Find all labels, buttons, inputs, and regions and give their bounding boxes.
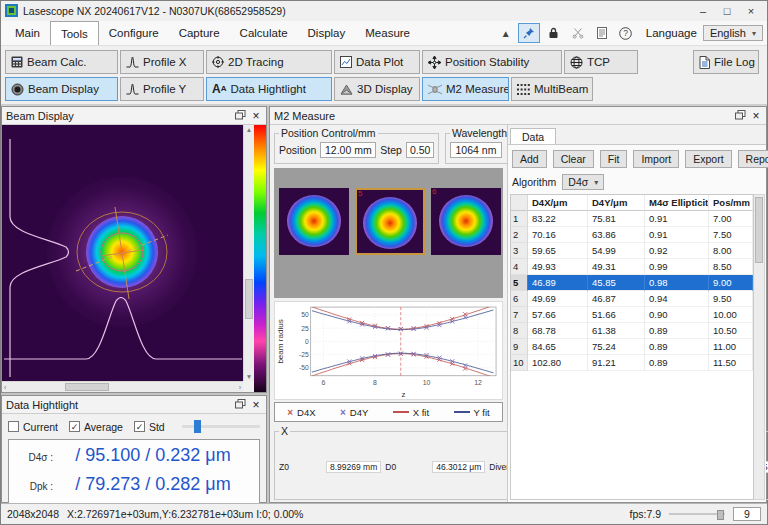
toolbar-button-3d-display[interactable]: 3D Display: [334, 77, 420, 101]
thumbnail-index-label: 6: [432, 187, 436, 196]
frame-average-input[interactable]: 9: [733, 507, 761, 521]
restore-icon[interactable]: [735, 110, 746, 122]
svg-text:6: 6: [322, 379, 326, 386]
scrollbar-thumb[interactable]: [755, 197, 763, 263]
vertical-scrollbar[interactable]: ▲ ▼: [243, 125, 254, 381]
pin-icon[interactable]: [518, 23, 540, 43]
fps-slider[interactable]: [669, 513, 725, 515]
add-button[interactable]: Add: [512, 150, 547, 168]
table-row[interactable]: 868.7861.380.8910.50: [511, 323, 753, 339]
algorithm-dropdown[interactable]: D4σ ▾: [562, 174, 604, 190]
menu-item-configure[interactable]: Configure: [99, 21, 169, 45]
toolbar-button-position-stability[interactable]: Position Stability: [422, 50, 562, 74]
beam-thumbnail-2[interactable]: 5: [355, 188, 425, 255]
checkbox-average[interactable]: ✓Average: [69, 421, 123, 433]
table-row[interactable]: 449.9349.310.998.50: [511, 259, 753, 275]
beam-thumbnail-1[interactable]: [279, 188, 349, 255]
menu-item-calculate[interactable]: Calculate: [230, 21, 298, 45]
toolbar-button-profile-x[interactable]: Profile X: [120, 50, 204, 74]
checkbox-icon: [8, 421, 19, 432]
checkbox-current[interactable]: Current: [8, 421, 58, 433]
beam-image[interactable]: [2, 125, 243, 381]
toolbar-button-m2-measure[interactable]: M2 Measure: [422, 77, 509, 101]
beam-thumbnails-strip: 56: [274, 168, 503, 298]
scissors-icon[interactable]: [568, 24, 588, 42]
toolbar-button-file-log[interactable]: File Log: [693, 50, 759, 74]
m2-measure-titlebar: M2 Measure ×: [270, 107, 766, 125]
close-icon[interactable]: ×: [250, 398, 262, 412]
wavelength-input[interactable]: 1064 nm: [450, 142, 502, 158]
svg-text:25: 25: [301, 325, 309, 332]
table-row[interactable]: 10102.8091.210.8911.50: [511, 355, 753, 371]
horizontal-scrollbar[interactable]: ‹ ›: [2, 381, 243, 392]
checkbox-icon: ✓: [69, 421, 80, 432]
opacity-slider[interactable]: [182, 425, 260, 428]
table-row[interactable]: 183.2275.810.917.00: [511, 211, 753, 227]
lock-icon[interactable]: [544, 24, 564, 42]
collapse-toolbar-icon[interactable]: ▲: [498, 24, 514, 42]
beam-display-panel: Beam Display ×: [1, 106, 267, 393]
menu-item-capture[interactable]: Capture: [169, 21, 230, 45]
legend-item-y-fit: Y fit: [454, 407, 490, 418]
position-input[interactable]: 12.00 mm: [320, 142, 376, 158]
chart-legend: ×D4X×D4YX fitY fit: [274, 402, 503, 422]
table-row[interactable]: 359.6554.990.928.00: [511, 243, 753, 259]
slider-thumb[interactable]: [717, 510, 724, 520]
svg-text:8: 8: [373, 379, 377, 386]
table-header-row: D4X/μmD4Y/μmM4σ EllipticitPos/mm: [511, 195, 753, 211]
menu-item-display[interactable]: Display: [298, 21, 356, 45]
caustic-chart: 681012-50-2502550zbeam radius: [274, 301, 503, 400]
tab-data[interactable]: Data: [510, 128, 556, 144]
toolbar-button-beam-calc[interactable]: Beam Calc.: [5, 50, 118, 74]
slider-thumb[interactable]: [194, 420, 201, 433]
scroll-right-icon[interactable]: ›: [239, 382, 241, 392]
step-input[interactable]: 0.50: [406, 142, 434, 158]
clear-button[interactable]: Clear: [553, 150, 594, 168]
help-icon[interactable]: ?: [616, 24, 636, 42]
scrollbar-thumb[interactable]: [245, 279, 253, 319]
table-row[interactable]: 546.8945.850.989.00: [511, 275, 753, 291]
close-icon[interactable]: ×: [750, 109, 762, 123]
fps-text: fps:7.9: [629, 508, 661, 520]
scroll-up-icon[interactable]: ▲: [244, 125, 254, 134]
toolbar-button-multibeam[interactable]: MultiBeam: [511, 77, 593, 101]
table-row[interactable]: 984.6575.240.8911.00: [511, 339, 753, 355]
scroll-down-icon[interactable]: ▼: [244, 372, 254, 381]
table-row[interactable]: 757.6651.660.9010.00: [511, 307, 753, 323]
checkbox-std[interactable]: ✓Std: [134, 421, 165, 433]
report-button[interactable]: Report: [738, 150, 768, 168]
chevron-down-icon: ▾: [594, 178, 598, 187]
panel-title: M2 Measure: [274, 110, 735, 122]
export-button[interactable]: Export: [685, 150, 731, 168]
step-label: Step: [380, 144, 402, 156]
scrollbar-thumb[interactable]: [65, 383, 109, 391]
fit-button[interactable]: Fit: [600, 150, 628, 168]
svg-text:?: ?: [623, 28, 628, 38]
minimize-button[interactable]: –: [691, 5, 715, 17]
import-button[interactable]: Import: [633, 150, 679, 168]
table-row[interactable]: 649.6946.870.949.50: [511, 291, 753, 307]
close-icon[interactable]: ×: [250, 109, 262, 123]
language-dropdown[interactable]: English▾: [703, 25, 763, 41]
menu-item-tools[interactable]: Tools: [50, 21, 99, 45]
restore-icon[interactable]: [235, 110, 246, 122]
thumbnail-beam-spot: [363, 197, 417, 249]
close-button[interactable]: ×: [739, 5, 763, 17]
window-title: Lasescope NX 20240617V12 - N0307UK(68652…: [23, 5, 686, 17]
toolbar-button-data-hightlight[interactable]: AAData Hightlight: [206, 77, 332, 101]
restore-icon[interactable]: [235, 399, 246, 411]
toolbar-button-2d-tracing[interactable]: 2D Tracing: [206, 50, 332, 74]
font-a-icon: AA: [212, 83, 226, 95]
toolbar-button-data-plot[interactable]: Data Plot: [334, 50, 420, 74]
menu-item-measure[interactable]: Measure: [355, 21, 420, 45]
maximize-button[interactable]: □: [715, 5, 739, 17]
toolbar-button-tcp[interactable]: TCP: [564, 50, 638, 74]
toolbar-button-beam-display[interactable]: Beam Display: [5, 77, 118, 101]
table-scrollbar[interactable]: [754, 194, 765, 500]
log-page-icon[interactable]: [592, 24, 612, 42]
scroll-left-icon[interactable]: ‹: [4, 382, 6, 392]
toolbar-button-profile-y[interactable]: Profile Y: [120, 77, 204, 101]
beam-thumbnail-3[interactable]: 6: [431, 188, 501, 255]
menu-item-main[interactable]: Main: [5, 21, 50, 45]
table-row[interactable]: 270.1663.860.917.50: [511, 227, 753, 243]
